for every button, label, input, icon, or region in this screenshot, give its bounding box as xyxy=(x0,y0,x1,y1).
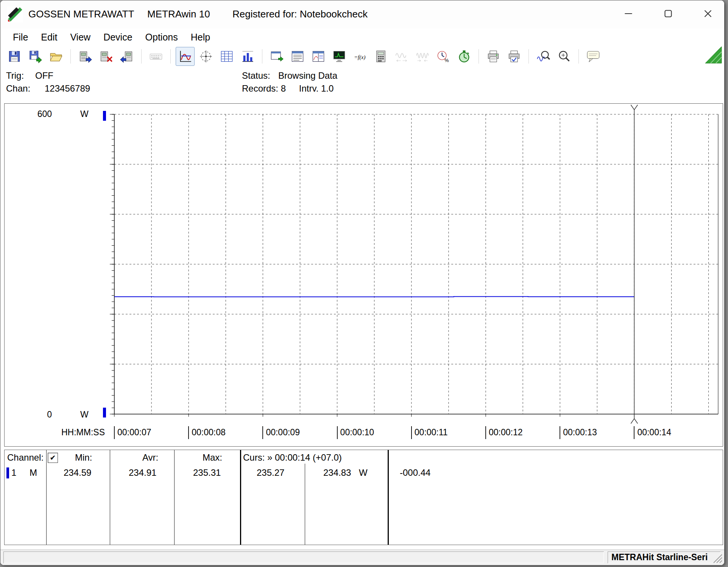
time-tick-label: 00:00:07 xyxy=(114,426,151,439)
table-divider xyxy=(46,450,47,545)
time-tick-label: 00:00:13 xyxy=(560,426,597,439)
app-status: Status:Browsing Data xyxy=(242,70,337,81)
window-list-icon xyxy=(291,50,304,63)
maximize-icon xyxy=(662,7,675,20)
toolbar-button-view-scope[interactable] xyxy=(196,47,215,66)
toolbar-button-view-curve[interactable] xyxy=(176,47,195,66)
menu-view[interactable]: View xyxy=(64,28,97,46)
read-device-icon xyxy=(78,50,92,63)
toolbar-separator xyxy=(141,49,142,64)
view-meter-icon xyxy=(241,50,254,63)
toolbar-button-window-export[interactable] xyxy=(267,47,286,66)
channel-axis-marker-top xyxy=(103,111,106,121)
close-button[interactable] xyxy=(696,3,720,24)
display-icon xyxy=(332,50,346,63)
cell-channel-mode: M xyxy=(30,467,37,478)
plot-area[interactable] xyxy=(5,104,723,446)
status-label: Status: xyxy=(242,70,278,81)
time-tick-label: 00:00:10 xyxy=(337,426,374,439)
minimize-button[interactable] xyxy=(617,3,640,24)
toolbar-separator xyxy=(479,49,479,64)
device-name-panel: METRAHit Starline-Seri xyxy=(608,551,720,563)
toolbar-button-print-setup[interactable] xyxy=(505,47,524,66)
chan-label: Chan: xyxy=(6,83,45,94)
intrv-label: Intrv. xyxy=(299,83,319,94)
menu-help[interactable]: Help xyxy=(184,28,217,46)
toolbar-button-read-device[interactable] xyxy=(76,47,95,66)
title-registration: Registered for: Notebookcheck xyxy=(232,8,368,20)
x-axis-label: HH:MM:SS xyxy=(61,426,105,438)
toolbar-button-formula[interactable]: =f(x) xyxy=(351,47,369,66)
toolbar-button-window-split[interactable] xyxy=(309,47,328,66)
title-brand: GOSSEN METRAWATT xyxy=(28,8,134,20)
col-header-max: Max: xyxy=(203,452,222,463)
toolbar-button-keyboard[interactable] xyxy=(147,47,165,66)
calculator-icon xyxy=(374,50,388,63)
toolbar-button-energy[interactable]: % xyxy=(434,47,453,66)
toolbar-button-save[interactable] xyxy=(5,47,24,66)
cell-avr: 234.91 xyxy=(129,467,156,478)
menu-device[interactable]: Device xyxy=(97,28,139,46)
channel-table: Channel: ✔ Min: Avr: Max: Curs: » 00:00:… xyxy=(4,450,723,545)
view-table-icon xyxy=(220,50,234,63)
maximize-button[interactable] xyxy=(656,3,680,24)
energy-icon: % xyxy=(436,50,450,63)
toolbar-button-wave-expand[interactable] xyxy=(392,47,411,66)
toolbar-button-notes[interactable] xyxy=(584,47,603,66)
toolbar-button-calculator[interactable] xyxy=(371,47,390,66)
toolbar-button-wave-compress[interactable] xyxy=(413,47,432,66)
save-icon xyxy=(8,50,21,63)
menu-options[interactable]: Options xyxy=(139,28,184,46)
col-header-avr: Avr: xyxy=(142,452,158,463)
chan-status: Chan:123456789 xyxy=(6,83,90,94)
toolbar: =f(x)% xyxy=(0,46,698,67)
cell-cursor-a: 235.27 xyxy=(257,467,284,478)
notes-icon xyxy=(586,50,600,63)
cursor-top-marker xyxy=(631,105,638,110)
toolbar-button-zoom-curve[interactable] xyxy=(534,47,553,66)
statusbar-message-panel xyxy=(3,551,604,563)
toolbar-button-view-meter[interactable] xyxy=(238,47,257,66)
title-bar: GOSSEN METRAWATT METRAwin 10 Registered … xyxy=(0,0,724,28)
write-device-icon xyxy=(120,50,134,63)
channel-visibility-checkbox[interactable]: ✔ xyxy=(48,453,58,463)
zoom-icon xyxy=(557,50,571,63)
trig-status: Trig:OFF xyxy=(6,70,53,81)
records-value: 8 xyxy=(281,83,286,93)
cell-unit: W xyxy=(359,467,368,478)
toolbar-button-display[interactable] xyxy=(330,47,349,66)
chan-value: 123456789 xyxy=(45,83,90,93)
resize-grip-icon[interactable] xyxy=(712,553,723,564)
svg-text:=f(x): =f(x) xyxy=(354,54,365,61)
window-split-icon xyxy=(312,50,325,63)
wave-compress-icon xyxy=(416,50,429,63)
toolbar-button-write-device[interactable] xyxy=(117,47,136,66)
toolbar-button-window-list[interactable] xyxy=(288,47,307,66)
chart-panel[interactable]: 600 W 0 W HH:MM:SS 00:00:0700:00:0800:00… xyxy=(4,103,723,447)
toolbar-separator xyxy=(262,49,262,64)
toolbar-separator xyxy=(170,49,171,64)
time-tick-label: 00:00:14 xyxy=(634,426,671,439)
toolbar-button-open[interactable] xyxy=(47,47,65,66)
cell-min: 234.59 xyxy=(64,467,91,478)
status-bar: METRAHit Starline-Seri xyxy=(0,550,724,565)
time-tick-label: 00:00:09 xyxy=(262,426,300,439)
toolbar-button-view-table[interactable] xyxy=(217,47,236,66)
toolbar-button-print[interactable] xyxy=(484,47,503,66)
col-header-cursor: Curs: » 00:00:14 (+07.0) xyxy=(243,452,342,463)
menu-file[interactable]: File xyxy=(6,28,34,46)
table-divider xyxy=(110,450,110,545)
menu-edit[interactable]: Edit xyxy=(34,28,64,46)
toolbar-separator xyxy=(578,49,579,64)
svg-text:%: % xyxy=(444,58,449,63)
trig-value: OFF xyxy=(35,70,53,81)
intrv-value: 1.0 xyxy=(321,83,334,93)
timer-icon xyxy=(457,50,471,63)
toolbar-button-clear-device[interactable] xyxy=(97,47,115,66)
time-tick-label: 00:00:12 xyxy=(485,426,523,439)
toolbar-button-save-data[interactable] xyxy=(26,47,45,66)
toolbar-button-zoom[interactable] xyxy=(555,47,574,66)
toolbar-button-timer[interactable] xyxy=(455,47,474,66)
toolbar-separator xyxy=(528,49,529,64)
view-scope-icon xyxy=(199,50,213,63)
